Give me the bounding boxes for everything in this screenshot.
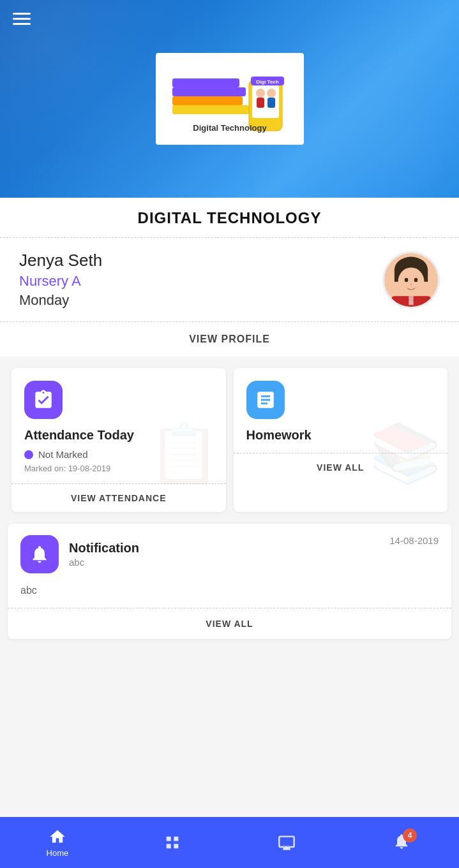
notification-body: abc — [8, 585, 451, 608]
svg-rect-3 — [172, 78, 239, 87]
profile-section: Jenya Seth Nursery A Monday — [0, 238, 459, 321]
notification-title: Notification — [69, 541, 379, 555]
avatar-image — [384, 251, 438, 309]
homework-icon — [246, 381, 285, 419]
nav-home[interactable]: Home — [0, 828, 115, 858]
bell-icon — [29, 544, 50, 564]
svg-rect-2 — [172, 87, 246, 96]
homework-bg-icon: 📚 — [370, 420, 441, 487]
bottom-spacer — [0, 643, 459, 707]
attendance-bg-icon: 📋 — [148, 420, 220, 487]
logo-container: Digi Tech Digital Technology — [156, 53, 304, 145]
nav-monitor[interactable] — [230, 834, 345, 851]
home-icon — [49, 828, 66, 846]
view-profile-button[interactable]: VIEW PROFILE — [0, 321, 459, 357]
attendance-icon — [24, 381, 63, 419]
homework-card: Homework 📚 VIEW ALL — [234, 368, 448, 512]
profile-name: Jenya Seth — [19, 251, 102, 270]
svg-point-17 — [405, 277, 409, 282]
monitor-group-icon — [278, 834, 296, 851]
notification-view-all-button[interactable]: VIEW ALL — [8, 608, 451, 639]
nav-home-label: Home — [47, 848, 69, 858]
hamburger-line-2 — [13, 18, 31, 20]
notification-header: Notification abc 14-08-2019 — [8, 524, 451, 585]
svg-rect-0 — [172, 105, 249, 114]
notification-icon — [20, 535, 59, 573]
notification-date: 14-08-2019 — [389, 535, 439, 546]
nav-notifications[interactable]: 4 — [344, 832, 459, 853]
notification-sub: abc — [69, 557, 379, 568]
notification-card: Notification abc 14-08-2019 abc VIEW ALL — [8, 524, 451, 639]
homework-book-icon — [255, 389, 276, 411]
profile-class: Nursery A — [19, 273, 81, 290]
attendance-card: Attendance Today Not Marked Marked on: 1… — [11, 368, 226, 512]
svg-point-18 — [414, 277, 418, 282]
apps-grid-icon — [163, 834, 181, 851]
svg-point-8 — [267, 89, 276, 98]
nav-apps[interactable] — [115, 834, 230, 851]
profile-text: Jenya Seth Nursery A Monday — [19, 251, 102, 309]
hamburger-button[interactable] — [13, 13, 31, 25]
svg-rect-9 — [267, 98, 275, 108]
svg-rect-7 — [257, 98, 264, 108]
avatar — [382, 251, 440, 309]
svg-point-6 — [256, 89, 265, 98]
hamburger-line-3 — [13, 23, 31, 25]
notification-badge: 4 — [403, 828, 417, 842]
svg-rect-1 — [172, 96, 243, 105]
header-banner: Digi Tech Digital Technology — [0, 0, 459, 198]
notification-content: Notification abc — [69, 541, 379, 568]
clipboard-check-icon — [33, 389, 54, 411]
logo-image: Digi Tech Digital Technology — [166, 61, 294, 137]
logo-svg: Digi Tech Digital Technology — [166, 61, 294, 137]
profile-day: Monday — [19, 292, 69, 309]
svg-text:Digi Tech: Digi Tech — [256, 79, 279, 85]
svg-rect-22 — [409, 296, 413, 305]
hamburger-line-1 — [13, 13, 31, 15]
cards-row: Attendance Today Not Marked Marked on: 1… — [8, 364, 451, 516]
bottom-nav: Home 4 — [0, 817, 459, 868]
app-title: DIGITAL TECHNOLOGY — [0, 198, 459, 238]
svg-point-16 — [398, 267, 424, 296]
view-attendance-button[interactable]: VIEW ATTENDANCE — [11, 483, 226, 512]
attendance-status-text: Not Marked — [38, 449, 88, 460]
status-dot — [24, 450, 33, 459]
svg-point-19 — [410, 284, 412, 286]
svg-text:Digital Technology: Digital Technology — [193, 123, 267, 133]
